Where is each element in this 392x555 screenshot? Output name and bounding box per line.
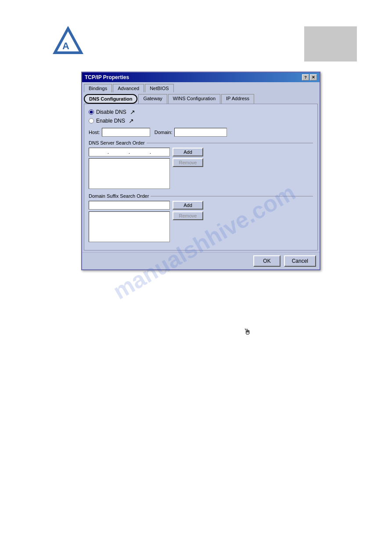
dialog-title: TCP/IP Properties [85,74,129,80]
domain-add-button[interactable]: Add [173,201,203,210]
disable-dns-radio[interactable] [89,109,94,115]
help-button[interactable]: ? [302,74,309,80]
tab-dns-configuration[interactable]: DNS Configuration [84,94,137,104]
disable-dns-option[interactable]: Disable DNS ↗ [89,109,313,116]
enable-dns-option[interactable]: Enable DNS ↗ [89,117,313,124]
dns-server-input-row: . . . Add Remove [89,148,313,189]
dns-server-left: . . . [89,148,170,189]
host-field-group: Host: [89,128,150,137]
host-label: Host: [89,130,100,135]
dns-server-buttons: Add Remove [173,148,203,167]
tab-ip-address[interactable]: IP Address [221,94,254,104]
tabs-row-2: DNS Configuration Gateway WINS Configura… [82,92,320,104]
svg-text:A: A [62,40,69,51]
dns-ip-input[interactable]: . . . [89,148,170,156]
domain-suffix-label: Domain Suffix Search Order [89,193,149,199]
host-input[interactable] [102,128,150,137]
dns-server-section: DNS Server Search Order . . . [89,140,313,189]
gray-decorative-box [304,26,357,62]
domain-suffix-section: Domain Suffix Search Order Add Remove [89,193,313,242]
domain-suffix-left [89,201,170,242]
dns-radio-group: Disable DNS ↗ Enable DNS ↗ [89,109,313,124]
enable-dns-radio[interactable] [89,118,94,123]
cancel-button[interactable]: Cancel [284,255,316,267]
tab-bindings[interactable]: Bindings [84,84,112,92]
arrow-indicator-1: ↗ [130,109,135,116]
domain-suffix-buttons: Add Remove [173,201,203,220]
tab-wins-configuration[interactable]: WINS Configuration [168,94,220,104]
dns-server-list[interactable] [89,158,170,189]
disable-dns-label: Disable DNS [96,109,126,115]
company-logo-icon: A [53,26,83,55]
dns-add-button[interactable]: Add [173,148,203,156]
domain-suffix-input-row: Add Remove [89,201,313,242]
mouse-cursor: 🖱︎ [244,327,252,337]
tcp-ip-properties-dialog: TCP/IP Properties ? ✕ Bindings Advanced … [81,72,320,270]
tabs-row-1: Bindings Advanced NetBIOS [82,82,320,92]
title-bar-controls: ? ✕ [302,74,317,80]
dns-remove-button[interactable]: Remove [173,158,203,167]
title-bar: TCP/IP Properties ? ✕ [82,73,320,82]
dns-server-label: DNS Server Search Order [89,140,145,145]
tab-gateway[interactable]: Gateway [138,94,167,104]
host-domain-row: Host: Domain: [89,128,313,137]
enable-dns-label: Enable DNS [96,118,125,124]
domain-suffix-list[interactable] [89,211,170,242]
arrow-indicator-2: ↗ [129,117,134,124]
dialog-content: Disable DNS ↗ Enable DNS ↗ Host: Domain: [84,104,318,250]
close-button[interactable]: ✕ [310,74,317,80]
logo-area: A [53,26,83,57]
domain-suffix-header: Domain Suffix Search Order [89,193,313,199]
domain-remove-button[interactable]: Remove [173,211,203,220]
ok-button[interactable]: OK [253,255,280,267]
domain-suffix-line [151,196,313,196]
dns-server-header: DNS Server Search Order [89,140,313,145]
dialog-footer: OK Cancel [82,252,320,269]
tab-netbios[interactable]: NetBIOS [145,84,173,92]
dns-server-line [147,143,313,143]
domain-label: Domain: [155,130,173,135]
domain-suffix-input[interactable] [89,201,170,210]
domain-field-group: Domain: [155,128,227,137]
tab-advanced[interactable]: Advanced [113,84,144,92]
domain-input[interactable] [174,128,227,137]
